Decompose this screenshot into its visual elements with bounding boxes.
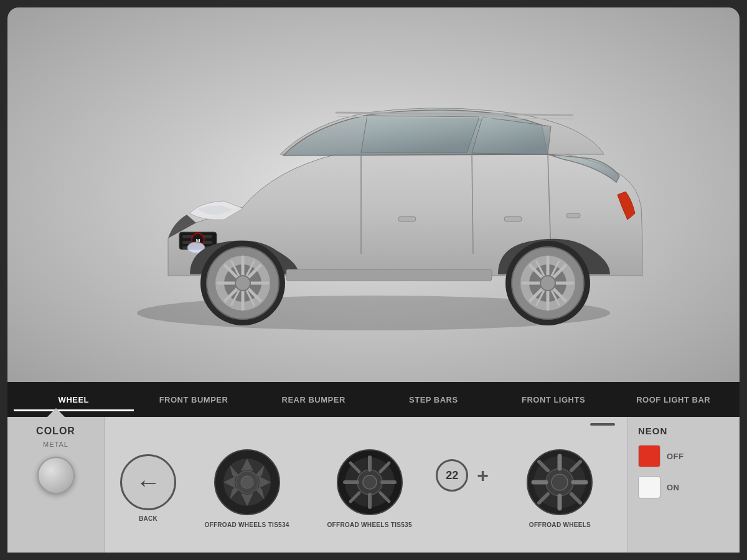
nav-item-rear-bumper[interactable]: REAR BUMPER — [253, 390, 374, 409]
neon-on-label: ON — [667, 483, 680, 492]
wheel-next-label: OFFROAD WHEELS — [529, 521, 591, 528]
svg-point-56 — [363, 475, 377, 489]
car-svg: M mazda 6 — [93, 45, 654, 344]
neon-swatch-red[interactable] — [638, 445, 660, 467]
back-arrow-icon: ← — [136, 470, 161, 495]
svg-rect-5 — [504, 217, 522, 222]
car-display: M mazda 6 — [7, 7, 740, 382]
svg-point-28 — [235, 276, 250, 291]
wheel-tis534-label: OFFROAD WHEELS TIS534 — [204, 521, 289, 528]
back-label: BACK — [139, 515, 157, 522]
metal-label: METAL — [43, 441, 68, 448]
wheel-item-next[interactable]: OFFROAD WHEELS — [499, 448, 621, 528]
svg-point-68 — [552, 474, 568, 490]
svg-rect-40 — [286, 269, 492, 281]
svg-rect-6 — [566, 213, 580, 218]
color-label: COLOR — [36, 426, 75, 437]
neon-off-label: OFF — [667, 452, 684, 461]
svg-rect-4 — [398, 217, 416, 222]
svg-point-44 — [241, 476, 253, 488]
neon-option-off[interactable]: OFF — [638, 445, 730, 467]
wheel-item-tis535[interactable]: OFFROAD WHEELS TIS535 — [308, 448, 431, 528]
neon-panel: NEON OFF ON — [627, 417, 740, 553]
minus-bar — [590, 423, 615, 426]
nav-item-wheel[interactable]: WHEEL — [14, 390, 134, 411]
wheels-row: ← BACK — [105, 429, 627, 546]
back-button-item[interactable]: ← BACK — [111, 454, 186, 522]
plus-icon: + — [477, 464, 489, 487]
wheel-badge-22: 22 — [436, 459, 468, 492]
color-swatch[interactable] — [37, 457, 75, 494]
car-image: M mazda 6 — [7, 7, 740, 382]
bottom-panel: COLOR METAL ← BACK — [7, 417, 740, 553]
nav-item-step-bars[interactable]: STEP BARS — [374, 390, 494, 409]
back-circle[interactable]: ← — [120, 454, 176, 510]
panel-arrow — [47, 408, 65, 417]
wheel-tis535-label: OFFROAD WHEELS TIS535 — [327, 521, 412, 528]
wheels-top — [105, 423, 627, 429]
nav-item-roof-light-bar[interactable]: ROOF LIGHT BAR — [613, 390, 733, 409]
svg-point-39 — [540, 276, 555, 291]
nav-item-front-bumper[interactable]: FRONT BUMPER — [134, 390, 254, 409]
wheel-item-tis534[interactable]: OFFROAD WHEELS TIS534 — [186, 448, 308, 528]
wheels-panel: ← BACK — [105, 417, 627, 553]
wheel-tis535-svg — [336, 448, 404, 516]
wheel-next-svg — [525, 448, 594, 516]
neon-swatch-white[interactable] — [638, 476, 660, 498]
nav-bar: WHEEL FRONT BUMPER REAR BUMPER STEP BARS… — [7, 382, 740, 417]
nav-item-front-lights[interactable]: FRONT LIGHTS — [494, 390, 614, 409]
wheel-tis534-svg — [213, 448, 281, 516]
neon-title: NEON — [638, 426, 730, 436]
color-panel: COLOR METAL — [7, 417, 105, 553]
neon-option-on[interactable]: ON — [638, 476, 730, 498]
